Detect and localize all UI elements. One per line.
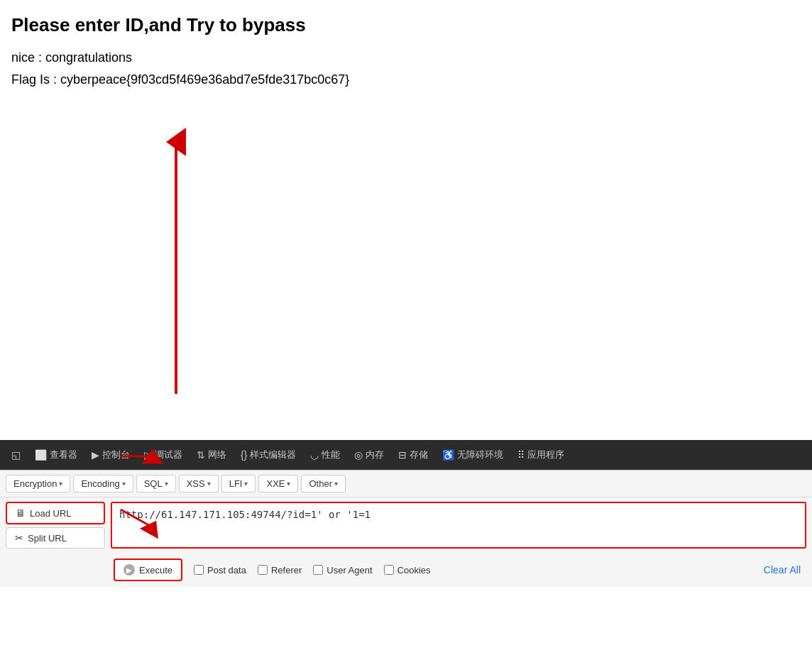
split-icon: ✂ <box>15 532 23 544</box>
post-data-checkbox[interactable] <box>194 565 204 575</box>
execute-button[interactable]: ▶ Execute <box>114 558 182 581</box>
chevron-down-icon: ▾ <box>287 480 290 488</box>
devtools-memory[interactable]: ◎ 内存 <box>349 446 390 464</box>
cookies-option[interactable]: Cookies <box>384 565 431 576</box>
chevron-down-icon: ▾ <box>207 480 211 488</box>
encoding-menu[interactable]: Encoding ▾ <box>73 475 133 492</box>
xss-menu[interactable]: XSS ▾ <box>179 475 219 492</box>
annotation-arrow <box>0 0 812 440</box>
split-url-button[interactable]: ✂ Split URL <box>6 527 105 549</box>
devtools-screen-icon[interactable]: ◱ <box>6 446 26 463</box>
load-url-button[interactable]: 🖥 Load URL <box>6 502 105 524</box>
devtools-storage[interactable]: ⊟ 存储 <box>393 446 434 464</box>
devtools-inspector[interactable]: ⬜ 查看器 <box>29 446 83 464</box>
url-input-wrapper <box>111 502 806 549</box>
encryption-menu[interactable]: Encryption ▾ <box>6 475 70 492</box>
load-icon: 🖥 <box>16 507 26 519</box>
congrats-message: nice : congratulations <box>11 50 801 65</box>
devtools-performance[interactable]: ◡ 性能 <box>304 446 346 464</box>
page-title: Please enter ID,and Try to bypass <box>11 14 801 36</box>
post-data-option[interactable]: Post data <box>194 565 246 576</box>
devtools-debugger[interactable]: ▷ 调试器 <box>138 446 188 464</box>
chevron-down-icon: ▾ <box>334 480 338 488</box>
chevron-down-icon: ▾ <box>59 480 62 488</box>
devtools-network[interactable]: ⇅ 网络 <box>191 446 232 464</box>
devtools-toolbar: ◱ ⬜ 查看器 ▶ 控制台 ▷ 调试器 ⇅ 网络 {} 样式编辑器 ◡ 性能 ◎… <box>0 440 812 470</box>
cookies-checkbox[interactable] <box>384 565 394 575</box>
left-action-buttons: 🖥 Load URL ✂ Split URL <box>6 502 105 549</box>
other-menu[interactable]: Other ▾ <box>301 475 346 492</box>
chevron-down-icon: ▾ <box>165 480 168 488</box>
flag-message: Flag Is : cyberpeace{9f03cd5f469e36abd7e… <box>11 72 801 87</box>
devtools-accessibility[interactable]: ♿ 无障碍环境 <box>437 446 509 464</box>
main-content: Please enter ID,and Try to bypass nice :… <box>0 0 812 440</box>
execute-icon: ▶ <box>124 564 135 576</box>
hackbar: Encryption ▾ Encoding ▾ SQL ▾ XSS ▾ LFI … <box>0 470 812 587</box>
hackbar-menu: Encryption ▾ Encoding ▾ SQL ▾ XSS ▾ LFI … <box>0 470 812 497</box>
clear-all-button[interactable]: Clear All <box>764 564 806 576</box>
hackbar-url-row: 🖥 Load URL ✂ Split URL <box>0 497 812 553</box>
url-input[interactable] <box>112 503 805 547</box>
chevron-down-icon: ▾ <box>122 480 126 488</box>
lfi-menu[interactable]: LFI ▾ <box>221 475 256 492</box>
xxe-menu[interactable]: XXE ▾ <box>258 475 298 492</box>
hackbar-options-row: ▶ Execute Post data Referer User Agent C… <box>0 553 812 587</box>
devtools-style-editor[interactable]: {} 样式编辑器 <box>235 446 302 464</box>
user-agent-checkbox[interactable] <box>313 565 323 575</box>
referer-option[interactable]: Referer <box>258 565 302 576</box>
devtools-console[interactable]: ▶ 控制台 <box>86 446 136 464</box>
referer-checkbox[interactable] <box>258 565 268 575</box>
chevron-down-icon: ▾ <box>244 480 248 488</box>
user-agent-option[interactable]: User Agent <box>313 565 372 576</box>
devtools-apps[interactable]: ⠿ 应用程序 <box>512 446 570 464</box>
sql-menu[interactable]: SQL ▾ <box>136 475 176 492</box>
